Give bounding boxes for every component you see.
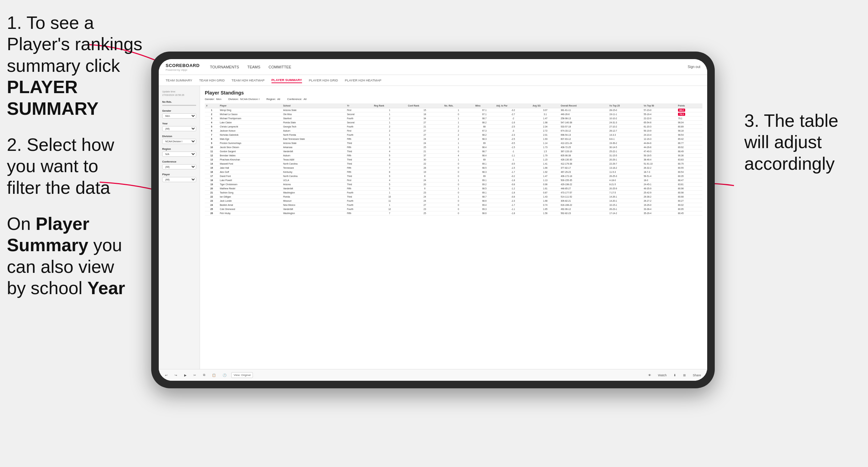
clock-btn[interactable]: 🕐 xyxy=(221,373,229,378)
subnav-team-h2h-grid[interactable]: TEAM H2H GRID xyxy=(199,78,224,83)
cell-record: 412-221-24 xyxy=(559,141,608,145)
cell-rank: 6 xyxy=(205,129,219,133)
cell-player[interactable]: Cole Sherwood xyxy=(219,207,282,211)
col-player[interactable]: Player xyxy=(219,103,282,108)
cell-reg-rank: 2 xyxy=(372,125,407,129)
cell-school: Auburn xyxy=(282,154,346,158)
view-original-btn[interactable]: View: Original xyxy=(231,372,253,378)
cell-yr: Third xyxy=(346,158,372,162)
col-wins[interactable]: Wins xyxy=(474,103,495,108)
share-btn[interactable]: Share xyxy=(691,373,703,378)
cell-player[interactable]: Tashion Song xyxy=(219,191,282,195)
subnav-team-summary[interactable]: TEAM SUMMARY xyxy=(166,78,192,83)
no-rds-slider[interactable] xyxy=(162,105,196,106)
col-adj[interactable]: Adj. to Par xyxy=(495,103,531,108)
cell-sg: 1.98 xyxy=(531,121,559,125)
col-sg[interactable]: Avg SG xyxy=(531,103,559,108)
cell-wins: 69.1 xyxy=(474,178,495,182)
cell-player[interactable]: Luke Powell xyxy=(219,178,282,182)
col-conf-rank[interactable]: Conf Rank xyxy=(407,103,443,108)
cell-player[interactable]: Petr Hruby xyxy=(219,211,282,215)
col-school[interactable]: School xyxy=(282,103,346,108)
cell-player[interactable]: Christo Lamprecht xyxy=(219,125,282,129)
cell-player[interactable]: Jack Lundin xyxy=(219,199,282,203)
cell-player[interactable]: Jackson Koivun xyxy=(219,129,282,133)
cell-player[interactable]: Tiger Christensen xyxy=(219,182,282,187)
col-vst25[interactable]: Vs Top 25 xyxy=(608,103,642,108)
cell-player[interactable]: Ian Gilligan xyxy=(219,195,282,199)
cell-player[interactable]: Michael Le Sasso xyxy=(219,112,282,116)
cell-record: 377-82-17 xyxy=(559,166,608,170)
cell-player[interactable]: Brendan Valdes xyxy=(219,154,282,158)
header-right: Sign out xyxy=(688,65,700,69)
cell-record: 406-172-18 xyxy=(559,174,608,178)
cell-reg-rank: 1 xyxy=(372,203,407,207)
cell-player[interactable]: Preston Summerhays xyxy=(219,141,282,145)
year-select[interactable]: (All) xyxy=(162,126,196,131)
nav-teams[interactable]: TEAMS xyxy=(247,64,260,70)
cell-player[interactable]: Jacob Skov Olesen xyxy=(219,145,282,149)
paste-btn[interactable]: 📋 xyxy=(210,373,218,378)
nav-tournaments[interactable]: TOURNAMENTS xyxy=(210,64,239,70)
col-no-rds[interactable]: No. Rds. xyxy=(443,103,474,108)
cell-rds: 1 xyxy=(443,141,474,145)
cell-record: 467-29-23 xyxy=(559,170,608,174)
cell-player[interactable]: Nicholas Gabrelcik xyxy=(219,133,282,137)
cell-player[interactable]: Bastien Amat xyxy=(219,203,282,207)
player-select[interactable]: (All) xyxy=(162,177,196,182)
cell-player[interactable]: Jake Hall xyxy=(219,166,282,170)
copy-btn[interactable]: ⧉ xyxy=(201,372,207,378)
cell-adj: -0.5 xyxy=(495,162,531,166)
division-section: Division NCAA Division I xyxy=(162,135,196,144)
cell-points: 80.45 xyxy=(677,211,702,215)
col-reg-rank[interactable]: Reg Rank xyxy=(372,103,407,108)
cell-points: 90.36 xyxy=(677,154,702,158)
division-select[interactable]: NCAA Division I xyxy=(162,139,196,144)
col-record[interactable]: Overall Record xyxy=(559,103,608,108)
gender-select[interactable]: Men xyxy=(162,113,196,119)
region-select[interactable]: N/A xyxy=(162,152,196,157)
cell-player[interactable]: Luke Claton xyxy=(219,121,282,125)
nav-committee[interactable]: COMMITTEE xyxy=(269,64,291,70)
cell-conf-rank: 34 xyxy=(407,116,443,121)
conference-select[interactable]: (All) xyxy=(162,164,196,169)
cell-points: 80.98 xyxy=(677,191,702,195)
cell-points: 79.1 xyxy=(677,116,702,121)
subnav-player-h2h-heatmap[interactable]: PLAYER H2H HEATMAP xyxy=(345,78,381,83)
player-standings-table: # Player School Yr Reg Rank Conf Rank No… xyxy=(205,103,702,215)
play-btn[interactable]: ▶ xyxy=(182,373,189,378)
table-scroll-container[interactable]: # Player School Yr Reg Rank Conf Rank No… xyxy=(205,103,702,215)
cell-sg: 1.13 xyxy=(531,178,559,182)
cell-player[interactable]: Matthew Riedel xyxy=(219,187,282,191)
grid-btn[interactable]: ⊞ xyxy=(681,373,688,378)
col-yr[interactable]: Yr xyxy=(346,103,372,108)
app-logo: SCOREBOARD xyxy=(166,63,200,68)
subnav-player-h2h-grid[interactable]: PLAYER H2H GRID xyxy=(309,78,338,83)
subnav-player-summary[interactable]: PLAYER SUMMARY xyxy=(271,77,302,83)
cell-rank: 13 xyxy=(205,158,219,162)
cell-player[interactable]: Gordon Sargent xyxy=(219,149,282,154)
division-filter-value: NCAA Division I xyxy=(240,98,259,101)
cell-player[interactable]: Phachara Khonchan xyxy=(219,158,282,162)
watch-btn[interactable]: Watch xyxy=(656,373,669,378)
redo-btn[interactable]: ↪ xyxy=(173,373,179,378)
sign-out-link[interactable]: Sign out xyxy=(688,65,700,69)
cell-player[interactable]: Wenyi Ding xyxy=(219,108,282,112)
subnav-team-h2h-heatmap[interactable]: TEAM H2H HEATMAP xyxy=(232,78,265,83)
cell-adj: -2.7 xyxy=(495,112,531,116)
undo-btn[interactable]: ↩ xyxy=(163,373,170,378)
cut-btn[interactable]: ✂ xyxy=(191,373,198,378)
cell-player[interactable]: David Ford xyxy=(219,174,282,178)
cell-player[interactable]: Alex Goff xyxy=(219,170,282,174)
cell-school: Missouri xyxy=(282,199,346,203)
cell-points: 76.3 xyxy=(677,112,702,116)
col-vst50[interactable]: Vs Top 50 xyxy=(642,103,677,108)
col-rank[interactable]: # xyxy=(205,103,219,108)
cell-player[interactable]: Mats Ege xyxy=(219,137,282,141)
cell-wins: 69 xyxy=(474,174,495,178)
table-row: 26 Petr Hruby Washington Fifth 7 25 0 68… xyxy=(205,211,702,215)
col-points[interactable]: Points xyxy=(677,103,702,108)
cell-player[interactable]: Michael Thorbjornsen xyxy=(219,116,282,121)
cell-player[interactable]: Maxwell Ford xyxy=(219,162,282,166)
download-btn[interactable]: ⬇ xyxy=(671,373,678,378)
